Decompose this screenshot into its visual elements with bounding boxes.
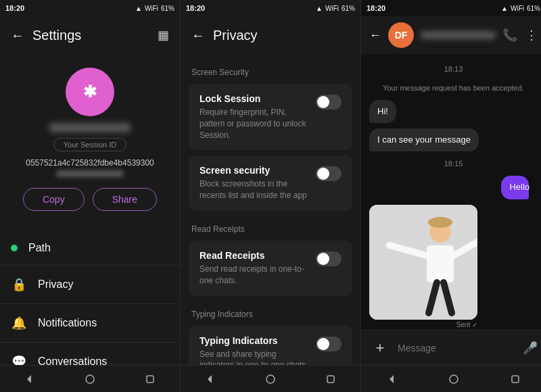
- sidebar-item-conversations[interactable]: 💬 Conversations: [0, 343, 180, 365]
- typing-indicators-title: Typing Indicators: [199, 335, 310, 346]
- session-id-label: Your Session ID: [53, 138, 126, 151]
- read-receipts-row: Read Receipts Send read receipts in one-…: [199, 250, 342, 287]
- chat-messages: 18:13 Your message request has been acce…: [361, 54, 541, 330]
- svg-rect-5: [327, 376, 334, 383]
- svg-rect-8: [427, 245, 454, 283]
- typing-indicators-toggle[interactable]: [316, 337, 342, 351]
- path-label: Path: [28, 242, 51, 254]
- avatar-initials: ✱: [83, 82, 97, 101]
- system-message: Your message request has been accepted.: [369, 84, 538, 92]
- nav-bar-3: [361, 365, 541, 392]
- status-time-3: 18:20: [367, 4, 385, 12]
- privacy-title: Privacy: [213, 28, 258, 43]
- svg-rect-2: [147, 376, 154, 383]
- svg-marker-3: [208, 375, 212, 383]
- back-icon[interactable]: ←: [11, 28, 24, 43]
- screen-security-text: Screen security Block screenshots in the…: [199, 165, 310, 201]
- settings-panel: 18:20 ▲ WiFi 61% ← Settings ▦ ✱ Your Ses…: [0, 0, 181, 392]
- sent-msg-container: Hello: [501, 176, 538, 199]
- status-icons-3: ▲ WiFi 61%: [501, 5, 540, 12]
- section-screen-security-label: Screen Security: [181, 59, 360, 81]
- screen-security-row: Screen security Block screenshots in the…: [199, 165, 342, 201]
- lock-session-desc: Require fingerprint, PIN, pattern or pas…: [199, 107, 310, 141]
- action-buttons: Copy Share: [23, 188, 157, 211]
- chat-input-bar: + 🎤: [361, 330, 541, 365]
- settings-header: ← Settings ▦: [0, 16, 180, 54]
- status-icons-2: ▲ WiFi 61%: [316, 5, 355, 12]
- sidebar-item-privacy[interactable]: 🔒 Privacy: [0, 266, 180, 304]
- share-button[interactable]: Share: [93, 188, 157, 211]
- mic-icon[interactable]: 🎤: [523, 341, 538, 356]
- received-msg-2: I can see your message: [369, 128, 479, 151]
- read-receipts-toggle[interactable]: [316, 251, 342, 266]
- read-receipts-title: Read Receipts: [199, 250, 310, 261]
- copy-button[interactable]: Copy: [23, 188, 85, 211]
- status-bar-2: 18:20 ▲ WiFi 61%: [181, 0, 360, 16]
- status-time-1: 18:20: [5, 4, 24, 12]
- sidebar-item-path[interactable]: Path: [0, 231, 180, 266]
- signal-icon-3: ▲: [501, 5, 508, 12]
- nav-home-btn[interactable]: [83, 372, 97, 386]
- lock-session-card: Lock Session Require fingerprint, PIN, p…: [189, 84, 352, 150]
- status-time-2: 18:20: [186, 4, 205, 12]
- image-message: Sent ✓: [369, 205, 477, 328]
- svg-rect-6: [369, 205, 477, 320]
- privacy-panel: 18:20 ▲ WiFi 61% ← Privacy Screen Securi…: [181, 0, 361, 392]
- session-id-value: 0557521a4c725832fdbe4b4539300: [20, 158, 160, 168]
- lock-session-text: Lock Session Require fingerprint, PIN, p…: [199, 93, 310, 141]
- typing-indicators-desc: See and share typing indicators in one-t…: [199, 349, 310, 365]
- settings-title: Settings: [32, 28, 81, 43]
- sidebar-item-notifications[interactable]: 🔔 Notifications: [0, 304, 180, 343]
- battery-icon-3: 61%: [527, 5, 540, 12]
- settings-menu-list: Path 🔒 Privacy 🔔 Notifications 💬 Convers…: [0, 231, 180, 365]
- privacy-back-icon[interactable]: ←: [191, 28, 205, 43]
- nav-recents-btn-2[interactable]: [324, 372, 337, 386]
- svg-point-13: [428, 217, 452, 228]
- read-receipts-desc: Send read receipts in one-to-one chats.: [199, 264, 310, 287]
- profile-name-blur: [49, 123, 131, 132]
- read-receipts-text: Read Receipts Send read receipts in one-…: [199, 250, 310, 287]
- chat-panel: 18:20 ▲ WiFi 61% ← DF 📞 ⋮ 18:13 Your mes…: [361, 0, 541, 392]
- typing-indicators-row: Typing Indicators See and share typing i…: [199, 335, 342, 365]
- contact-name-blur: [421, 31, 496, 39]
- privacy-label: Privacy: [38, 278, 73, 291]
- nav-back-btn-3[interactable]: [385, 372, 399, 386]
- screen-security-toggle[interactable]: [316, 166, 342, 181]
- battery-icon: 61%: [161, 5, 174, 12]
- svg-rect-16: [512, 376, 519, 383]
- phone-icon[interactable]: 📞: [502, 28, 517, 43]
- attach-button[interactable]: +: [369, 337, 391, 359]
- nav-back-btn-2[interactable]: [204, 372, 217, 386]
- svg-point-1: [86, 375, 94, 383]
- typing-indicators-text: Typing Indicators See and share typing i…: [199, 335, 310, 365]
- status-bar-1: 18:20 ▲ WiFi 61%: [0, 0, 180, 16]
- lock-session-toggle[interactable]: [316, 95, 342, 109]
- nav-home-btn-3[interactable]: [447, 372, 461, 386]
- session-id-sub: [56, 170, 124, 177]
- qr-icon[interactable]: ▦: [158, 28, 169, 42]
- image-placeholder: [369, 205, 477, 320]
- bell-icon: 🔔: [11, 315, 27, 331]
- chat-back-icon[interactable]: ←: [369, 28, 381, 43]
- nav-home-btn-2[interactable]: [264, 372, 277, 386]
- typing-indicators-card: Typing Indicators See and share typing i…: [189, 326, 352, 365]
- nav-back-btn[interactable]: [23, 372, 37, 386]
- more-icon[interactable]: ⋮: [525, 28, 538, 43]
- nav-recents-btn-3[interactable]: [509, 372, 522, 386]
- sent-indicator: Sent ✓: [369, 321, 477, 328]
- received-msg-1: Hi!: [369, 100, 396, 123]
- section-typing-label: Typing Indicators: [181, 301, 360, 323]
- lock-icon: 🔒: [11, 276, 27, 293]
- chat-header: ← DF 📞 ⋮: [361, 16, 541, 54]
- read-receipts-card: Read Receipts Send read receipts in one-…: [189, 241, 352, 296]
- chat-action-icons: 📞 ⋮: [502, 28, 538, 43]
- screen-security-card: Screen security Block screenshots in the…: [189, 155, 352, 211]
- privacy-content: Screen Security Lock Session Require fin…: [181, 54, 360, 365]
- message-input[interactable]: [398, 343, 516, 353]
- chat-icon: 💬: [11, 353, 27, 365]
- contact-initials: DF: [395, 30, 408, 41]
- screen-security-title: Screen security: [199, 165, 310, 176]
- nav-recents-btn[interactable]: [143, 372, 157, 386]
- lock-session-title: Lock Session: [199, 93, 310, 104]
- signal-icon: ▲: [135, 5, 142, 12]
